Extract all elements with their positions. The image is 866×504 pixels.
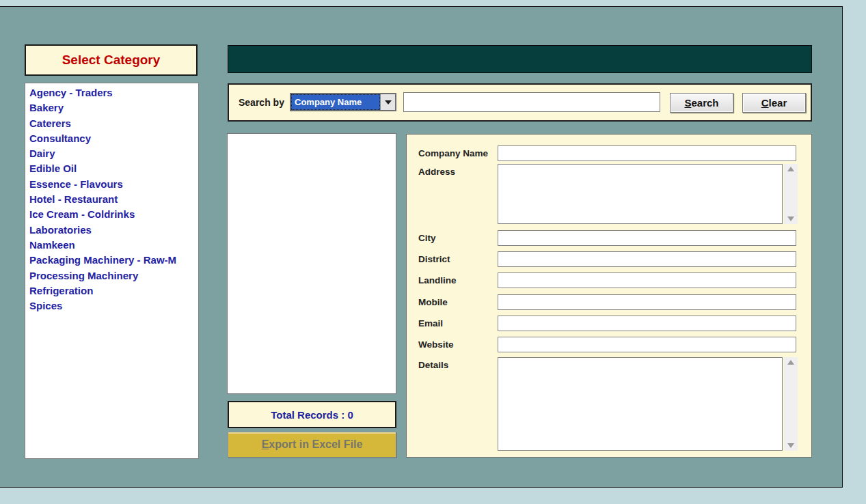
mobile-label: Mobile xyxy=(418,297,495,307)
header-bar xyxy=(228,45,812,73)
search-input[interactable] xyxy=(403,92,660,112)
category-item[interactable]: Hotel - Restaurant xyxy=(29,192,198,207)
chevron-down-icon xyxy=(385,100,392,104)
email-label: Email xyxy=(418,318,495,328)
dropdown-arrow-button[interactable] xyxy=(380,94,395,110)
app-window: Select Category Agency - Traders Bakery … xyxy=(0,0,866,504)
results-listbox[interactable] xyxy=(227,133,396,394)
company-name-label: Company Name xyxy=(418,148,495,158)
category-item[interactable]: Spices xyxy=(29,298,198,313)
scroll-up-icon[interactable] xyxy=(787,167,794,171)
category-item[interactable]: Consultancy xyxy=(29,131,198,146)
category-item[interactable]: Packaging Machinery - Raw-M xyxy=(29,253,198,268)
district-label: District xyxy=(418,254,495,264)
details-scrollbar[interactable] xyxy=(784,357,798,451)
category-item[interactable]: Laboratories xyxy=(29,223,198,238)
export-excel-button[interactable]: Export in Excel File xyxy=(228,432,396,458)
main-form-panel: Select Category Agency - Traders Bakery … xyxy=(0,6,843,488)
landline-field[interactable] xyxy=(498,272,796,288)
details-label: Details xyxy=(418,360,495,370)
category-item[interactable]: Processing Machinery xyxy=(29,268,198,283)
city-field[interactable] xyxy=(498,230,796,246)
search-panel: Search by Company Name Search Clear xyxy=(228,83,812,122)
details-field[interactable] xyxy=(498,357,783,451)
search-by-label: Search by xyxy=(239,85,284,120)
total-records-box: Total Records : 0 xyxy=(228,401,396,428)
detail-form-panel: Company Name Address City District Landl… xyxy=(406,134,812,458)
search-button[interactable]: Search xyxy=(670,93,733,113)
scroll-up-icon[interactable] xyxy=(787,360,794,365)
city-label: City xyxy=(418,233,495,243)
mobile-field[interactable] xyxy=(498,294,796,310)
dropdown-selected-value[interactable]: Company Name xyxy=(291,94,380,110)
category-item[interactable]: Refrigeration xyxy=(29,283,198,298)
category-item[interactable]: Ice Cream - Coldrinks xyxy=(29,207,198,222)
clear-button[interactable]: Clear xyxy=(742,93,806,113)
category-item[interactable]: Bakery xyxy=(29,100,198,115)
category-item[interactable]: Edible Oil xyxy=(29,161,198,176)
scroll-down-icon[interactable] xyxy=(787,216,794,221)
select-category-header: Select Category xyxy=(25,44,198,76)
email-field[interactable] xyxy=(498,316,796,331)
address-field[interactable] xyxy=(498,164,783,224)
select-category-title: Select Category xyxy=(62,53,161,68)
category-listbox[interactable]: Agency - Traders Bakery Caterers Consult… xyxy=(25,83,199,459)
website-label: Website xyxy=(418,339,495,350)
district-field[interactable] xyxy=(498,251,796,267)
category-item[interactable]: Essence - Flavours xyxy=(29,177,198,192)
category-item[interactable]: Namkeen xyxy=(29,238,198,253)
category-item[interactable]: Caterers xyxy=(29,116,198,131)
address-scrollbar[interactable] xyxy=(784,164,798,224)
address-label: Address xyxy=(418,167,495,177)
category-item[interactable]: Agency - Traders xyxy=(29,85,198,100)
website-field[interactable] xyxy=(498,337,796,352)
search-by-dropdown[interactable]: Company Name xyxy=(290,93,396,111)
category-item[interactable]: Dairy xyxy=(29,146,198,161)
landline-label: Landline xyxy=(418,275,495,285)
total-records-label: Total Records : 0 xyxy=(271,409,353,421)
company-name-field[interactable] xyxy=(498,145,796,161)
scroll-down-icon[interactable] xyxy=(787,443,794,448)
